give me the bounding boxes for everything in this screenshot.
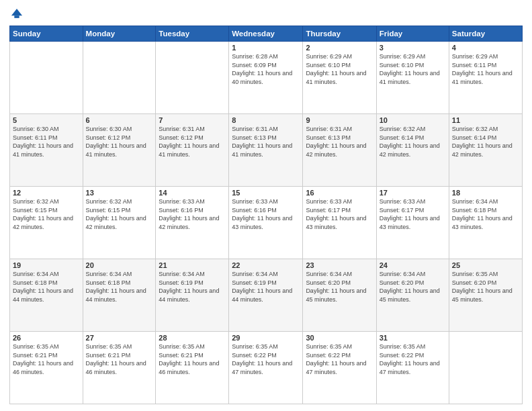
day-info: Sunrise: 6:34 AMSunset: 6:18 PMDaylight:… xyxy=(13,270,80,304)
day-info: Sunrise: 6:34 AMSunset: 6:18 PMDaylight:… xyxy=(86,270,153,304)
day-info: Sunrise: 6:35 AMSunset: 6:22 PMDaylight:… xyxy=(306,342,373,376)
calendar-cell: 2Sunrise: 6:29 AMSunset: 6:10 PMDaylight… xyxy=(303,42,376,114)
calendar-cell: 14Sunrise: 6:33 AMSunset: 6:16 PMDayligh… xyxy=(156,187,229,259)
day-info: Sunrise: 6:31 AMSunset: 6:12 PMDaylight:… xyxy=(159,125,226,158)
calendar-cell: 24Sunrise: 6:34 AMSunset: 6:20 PMDayligh… xyxy=(376,259,449,332)
day-info: Sunrise: 6:31 AMSunset: 6:13 PMDaylight:… xyxy=(306,125,373,158)
day-number: 13 xyxy=(86,189,153,197)
logo-icon xyxy=(9,7,24,21)
calendar-cell: 8Sunrise: 6:31 AMSunset: 6:13 PMDaylight… xyxy=(229,114,303,187)
day-info: Sunrise: 6:35 AMSunset: 6:21 PMDaylight:… xyxy=(159,342,226,376)
calendar-header-saturday: Saturday xyxy=(449,26,522,42)
day-number: 26 xyxy=(13,334,80,342)
day-info: Sunrise: 6:34 AMSunset: 6:19 PMDaylight:… xyxy=(159,270,226,304)
calendar-cell: 12Sunrise: 6:32 AMSunset: 6:15 PMDayligh… xyxy=(10,187,83,259)
calendar-cell: 21Sunrise: 6:34 AMSunset: 6:19 PMDayligh… xyxy=(156,259,229,332)
day-info: Sunrise: 6:30 AMSunset: 6:11 PMDaylight:… xyxy=(13,125,80,158)
day-info: Sunrise: 6:35 AMSunset: 6:20 PMDaylight:… xyxy=(452,270,519,304)
day-info: Sunrise: 6:34 AMSunset: 6:19 PMDaylight:… xyxy=(232,270,300,304)
svg-rect-1 xyxy=(14,15,19,18)
day-number: 22 xyxy=(232,261,300,269)
svg-marker-0 xyxy=(11,9,22,15)
day-number: 20 xyxy=(86,261,153,269)
day-info: Sunrise: 6:32 AMSunset: 6:14 PMDaylight:… xyxy=(452,125,519,158)
day-number: 8 xyxy=(232,116,300,124)
calendar-cell xyxy=(10,42,83,114)
day-info: Sunrise: 6:33 AMSunset: 6:16 PMDaylight:… xyxy=(159,197,226,231)
calendar-cell: 15Sunrise: 6:33 AMSunset: 6:16 PMDayligh… xyxy=(229,187,303,259)
day-info: Sunrise: 6:35 AMSunset: 6:22 PMDaylight:… xyxy=(232,342,300,376)
calendar-week-row: 5Sunrise: 6:30 AMSunset: 6:11 PMDaylight… xyxy=(10,114,523,187)
calendar-cell: 7Sunrise: 6:31 AMSunset: 6:12 PMDaylight… xyxy=(156,114,229,187)
calendar-cell: 6Sunrise: 6:30 AMSunset: 6:12 PMDaylight… xyxy=(83,114,156,187)
day-number: 31 xyxy=(380,334,446,342)
day-number: 29 xyxy=(232,334,300,342)
day-number: 11 xyxy=(452,116,519,124)
calendar-cell: 11Sunrise: 6:32 AMSunset: 6:14 PMDayligh… xyxy=(449,114,522,187)
calendar-cell xyxy=(449,332,522,404)
day-info: Sunrise: 6:28 AMSunset: 6:09 PMDaylight:… xyxy=(232,52,300,86)
day-info: Sunrise: 6:29 AMSunset: 6:10 PMDaylight:… xyxy=(306,52,373,86)
calendar-week-row: 1Sunrise: 6:28 AMSunset: 6:09 PMDaylight… xyxy=(10,42,523,114)
day-info: Sunrise: 6:35 AMSunset: 6:21 PMDaylight:… xyxy=(86,342,153,376)
day-info: Sunrise: 6:34 AMSunset: 6:20 PMDaylight:… xyxy=(380,270,446,304)
calendar-cell: 13Sunrise: 6:32 AMSunset: 6:15 PMDayligh… xyxy=(83,187,156,259)
day-info: Sunrise: 6:30 AMSunset: 6:12 PMDaylight:… xyxy=(86,125,153,158)
calendar-week-row: 26Sunrise: 6:35 AMSunset: 6:21 PMDayligh… xyxy=(10,332,523,404)
calendar-cell: 19Sunrise: 6:34 AMSunset: 6:18 PMDayligh… xyxy=(10,259,83,332)
calendar-cell: 28Sunrise: 6:35 AMSunset: 6:21 PMDayligh… xyxy=(156,332,229,404)
day-number: 7 xyxy=(159,116,226,124)
day-info: Sunrise: 6:35 AMSunset: 6:21 PMDaylight:… xyxy=(13,342,80,376)
day-number: 1 xyxy=(232,44,300,52)
day-number: 6 xyxy=(86,116,153,124)
calendar-cell: 30Sunrise: 6:35 AMSunset: 6:22 PMDayligh… xyxy=(303,332,376,404)
calendar-cell: 9Sunrise: 6:31 AMSunset: 6:13 PMDaylight… xyxy=(303,114,376,187)
day-number: 30 xyxy=(306,334,373,342)
calendar-header-sunday: Sunday xyxy=(10,26,83,42)
day-number: 14 xyxy=(159,189,226,197)
calendar-header-friday: Friday xyxy=(376,26,449,42)
day-number: 24 xyxy=(380,261,446,269)
calendar-cell: 22Sunrise: 6:34 AMSunset: 6:19 PMDayligh… xyxy=(229,259,303,332)
day-info: Sunrise: 6:31 AMSunset: 6:13 PMDaylight:… xyxy=(232,125,300,158)
day-number: 9 xyxy=(306,116,373,124)
day-number: 17 xyxy=(380,189,446,197)
day-info: Sunrise: 6:29 AMSunset: 6:10 PMDaylight:… xyxy=(380,52,446,86)
calendar-header-thursday: Thursday xyxy=(303,26,376,42)
day-info: Sunrise: 6:34 AMSunset: 6:18 PMDaylight:… xyxy=(452,197,519,231)
day-number: 3 xyxy=(380,44,446,52)
day-number: 16 xyxy=(306,189,373,197)
day-info: Sunrise: 6:32 AMSunset: 6:14 PMDaylight:… xyxy=(380,125,446,158)
calendar-cell: 23Sunrise: 6:34 AMSunset: 6:20 PMDayligh… xyxy=(303,259,376,332)
day-info: Sunrise: 6:35 AMSunset: 6:22 PMDaylight:… xyxy=(380,342,446,376)
calendar-cell: 5Sunrise: 6:30 AMSunset: 6:11 PMDaylight… xyxy=(10,114,83,187)
calendar-week-row: 19Sunrise: 6:34 AMSunset: 6:18 PMDayligh… xyxy=(10,259,523,332)
calendar-header-wednesday: Wednesday xyxy=(229,26,303,42)
calendar-header-tuesday: Tuesday xyxy=(156,26,229,42)
day-number: 27 xyxy=(86,334,153,342)
calendar-week-row: 12Sunrise: 6:32 AMSunset: 6:15 PMDayligh… xyxy=(10,187,523,259)
day-info: Sunrise: 6:33 AMSunset: 6:16 PMDaylight:… xyxy=(232,197,300,231)
calendar-cell: 10Sunrise: 6:32 AMSunset: 6:14 PMDayligh… xyxy=(376,114,449,187)
calendar-cell: 3Sunrise: 6:29 AMSunset: 6:10 PMDaylight… xyxy=(376,42,449,114)
day-number: 5 xyxy=(13,116,80,124)
calendar-cell: 31Sunrise: 6:35 AMSunset: 6:22 PMDayligh… xyxy=(376,332,449,404)
day-info: Sunrise: 6:33 AMSunset: 6:17 PMDaylight:… xyxy=(380,197,446,231)
day-info: Sunrise: 6:29 AMSunset: 6:11 PMDaylight:… xyxy=(452,52,519,86)
day-number: 4 xyxy=(452,44,519,52)
day-number: 28 xyxy=(159,334,226,342)
calendar-cell: 18Sunrise: 6:34 AMSunset: 6:18 PMDayligh… xyxy=(449,187,522,259)
day-info: Sunrise: 6:34 AMSunset: 6:20 PMDaylight:… xyxy=(306,270,373,304)
day-number: 25 xyxy=(452,261,519,269)
day-number: 12 xyxy=(13,189,80,197)
calendar-cell: 27Sunrise: 6:35 AMSunset: 6:21 PMDayligh… xyxy=(83,332,156,404)
day-number: 10 xyxy=(380,116,446,124)
calendar-cell xyxy=(156,42,229,114)
header xyxy=(9,7,523,21)
day-number: 21 xyxy=(159,261,226,269)
calendar-cell: 26Sunrise: 6:35 AMSunset: 6:21 PMDayligh… xyxy=(10,332,83,404)
day-number: 18 xyxy=(452,189,519,197)
day-info: Sunrise: 6:33 AMSunset: 6:17 PMDaylight:… xyxy=(306,197,373,231)
calendar-cell: 29Sunrise: 6:35 AMSunset: 6:22 PMDayligh… xyxy=(229,332,303,404)
calendar-cell: 20Sunrise: 6:34 AMSunset: 6:18 PMDayligh… xyxy=(83,259,156,332)
